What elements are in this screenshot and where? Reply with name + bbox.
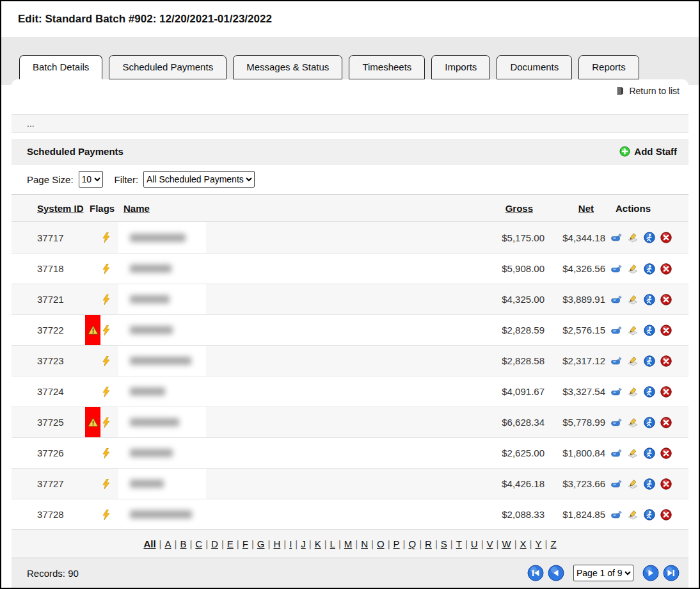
tab-imports[interactable]: Imports [431, 55, 490, 79]
pay-watering-can-icon[interactable] [610, 510, 622, 520]
staff-runner-icon[interactable] [644, 417, 655, 428]
staff-runner-icon[interactable] [644, 478, 655, 490]
redacted-name [130, 357, 191, 365]
pay-watering-can-icon[interactable] [610, 479, 622, 489]
net-cell: $2,317.12 [545, 355, 605, 366]
delete-icon[interactable] [660, 355, 672, 367]
alpha-link-p[interactable]: P [394, 538, 400, 549]
delete-icon[interactable] [660, 294, 672, 305]
alpha-link-i[interactable]: I [289, 538, 292, 549]
alpha-link-s[interactable]: S [441, 538, 447, 549]
edit-icon[interactable] [627, 325, 639, 335]
delete-icon[interactable] [660, 509, 672, 520]
pay-watering-can-icon[interactable] [610, 356, 622, 366]
delete-icon[interactable] [660, 448, 672, 459]
header-flags: Flags [85, 203, 118, 214]
staff-runner-icon[interactable] [644, 232, 655, 243]
staff-runner-icon[interactable] [644, 355, 655, 367]
alpha-link-r[interactable]: R [425, 538, 432, 549]
alpha-link-q[interactable]: Q [408, 538, 416, 549]
page-select[interactable]: Page 1 of 9 [573, 565, 633, 581]
alpha-link-w[interactable]: W [502, 538, 511, 549]
tab-messages-status[interactable]: Messages & Status [233, 55, 342, 79]
alpha-link-t[interactable]: T [456, 538, 462, 549]
alpha-link-l[interactable]: L [330, 538, 335, 549]
staff-runner-icon[interactable] [644, 509, 655, 520]
tab-documents[interactable]: Documents [497, 55, 572, 79]
alpha-link-y[interactable]: Y [535, 538, 541, 549]
alpha-link-h[interactable]: H [273, 538, 280, 549]
name-cell [118, 222, 474, 253]
alpha-link-b[interactable]: B [180, 538, 186, 549]
alpha-link-m[interactable]: M [344, 538, 353, 549]
edit-icon[interactable] [627, 294, 639, 305]
tab-reports[interactable]: Reports [578, 55, 639, 79]
delete-icon[interactable] [660, 232, 672, 243]
delete-icon[interactable] [660, 417, 672, 428]
last-page-button[interactable] [663, 565, 680, 581]
tab-timesheets[interactable]: Timesheets [349, 55, 425, 79]
edit-icon[interactable] [627, 417, 639, 428]
alpha-link-all[interactable]: All [143, 538, 155, 549]
sort-system-id[interactable]: System ID [37, 203, 85, 214]
return-to-list-link[interactable]: Return to list [615, 86, 680, 96]
lightning-flag-icon [102, 264, 110, 274]
table-row: 37723 $2,828.58 [12, 345, 688, 376]
alpha-link-j[interactable]: J [301, 538, 306, 549]
delete-icon[interactable] [660, 386, 672, 398]
alpha-link-e[interactable]: E [227, 538, 234, 549]
staff-runner-icon[interactable] [644, 294, 655, 305]
pay-watering-can-icon[interactable] [610, 387, 622, 397]
pay-watering-can-icon[interactable] [610, 294, 622, 305]
add-staff-button[interactable]: Add Staff [619, 146, 677, 157]
sort-gross[interactable]: Gross [474, 203, 545, 214]
pay-watering-can-icon[interactable] [610, 417, 622, 428]
staff-runner-icon[interactable] [644, 263, 655, 275]
tab-batch-details[interactable]: Batch Details [19, 55, 102, 79]
separator: | [419, 538, 422, 549]
name-cell [118, 284, 474, 314]
sort-name[interactable]: Name [118, 203, 474, 214]
alpha-link-z[interactable]: Z [550, 538, 556, 549]
alpha-link-v[interactable]: V [487, 538, 493, 549]
filter-label: Filter: [115, 174, 139, 185]
next-page-button[interactable] [642, 565, 659, 581]
alpha-link-a[interactable]: A [165, 538, 171, 549]
pay-watering-can-icon[interactable] [610, 448, 622, 458]
alpha-link-n[interactable]: N [361, 538, 368, 549]
page-size-select[interactable]: 10 [79, 171, 103, 188]
sort-net[interactable]: Net [545, 203, 605, 214]
pay-watering-can-icon[interactable] [610, 325, 622, 335]
edit-icon[interactable] [627, 448, 639, 458]
tab-scheduled-payments[interactable]: Scheduled Payments [109, 55, 227, 79]
delete-icon[interactable] [660, 478, 672, 490]
alpha-link-c[interactable]: C [195, 538, 202, 549]
alpha-link-x[interactable]: X [520, 538, 527, 549]
delete-icon[interactable] [660, 325, 672, 336]
pay-watering-can-icon[interactable] [610, 264, 622, 274]
system-id-cell: 37724 [37, 386, 85, 397]
lightning-flag-icon [102, 479, 110, 489]
edit-icon[interactable] [627, 387, 639, 397]
alpha-link-g[interactable]: G [257, 538, 265, 549]
alpha-link-k[interactable]: K [315, 538, 321, 549]
staff-runner-icon[interactable] [644, 325, 655, 336]
system-id-cell: 37725 [37, 417, 85, 428]
alpha-link-f[interactable]: F [243, 538, 248, 549]
delete-icon[interactable] [660, 263, 672, 275]
alpha-link-u[interactable]: U [471, 538, 478, 549]
first-page-button[interactable] [527, 565, 544, 581]
alpha-link-d[interactable]: D [211, 538, 218, 549]
edit-icon[interactable] [627, 264, 639, 274]
staff-runner-icon[interactable] [644, 386, 655, 398]
prev-page-button[interactable] [548, 565, 564, 581]
staff-runner-icon[interactable] [644, 448, 655, 459]
alpha-link-o[interactable]: O [377, 538, 385, 549]
filter-select[interactable]: All Scheduled Payments [143, 171, 255, 188]
edit-icon[interactable] [627, 479, 639, 489]
pay-watering-can-icon[interactable] [610, 232, 622, 243]
edit-icon[interactable] [627, 232, 639, 243]
edit-icon[interactable] [627, 510, 639, 520]
separator: | [324, 538, 327, 549]
edit-icon[interactable] [627, 356, 639, 366]
